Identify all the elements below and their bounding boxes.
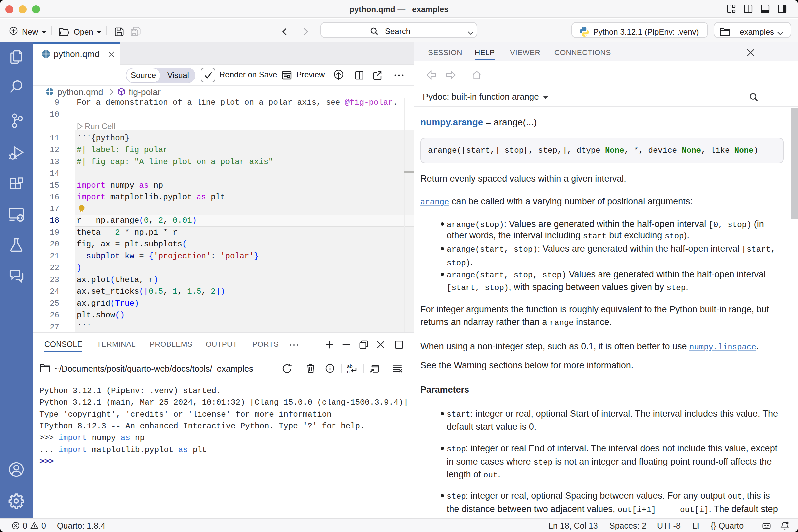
- svg-text:c: c: [347, 369, 350, 374]
- svg-text:ab: ab: [347, 363, 353, 369]
